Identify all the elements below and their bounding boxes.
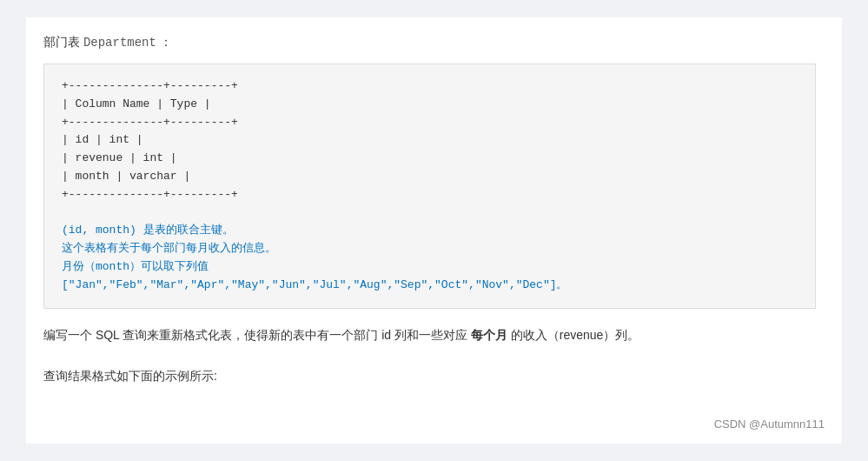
table-row-month: | month | varchar | (62, 168, 798, 186)
table-border-line1: +--------------+---------+ (62, 77, 798, 96)
table-header-row: | Column Name | Type | (62, 96, 798, 114)
title-keyword: Department (83, 36, 156, 50)
desc-text-after: 的收入（revenue）列。 (511, 328, 640, 342)
result-label: 查询结果格式如下面的示例所示: (43, 365, 816, 387)
table-border-line7: +--------------+---------+ (62, 186, 798, 204)
desc-text-before: 编写一个 SQL 查询来重新格式化表，使得新的表中有一个部门 id 列和一些对应 (43, 328, 467, 342)
section-title: 部门表 Department ： (43, 35, 816, 50)
info-line-0: (id, month) 是表的联合主键。 (62, 222, 798, 240)
table-row-id: | id | int | (62, 131, 798, 150)
table-border-line3: +--------------+---------+ (62, 114, 798, 132)
desc-bold-text: 每个月 (471, 328, 507, 342)
info-line-1: 这个表格有关于每个部门每月收入的信息。 (62, 240, 798, 258)
title-colon: ： (160, 35, 172, 49)
title-label: 部门表 (43, 35, 80, 49)
table-row-revenue: | revenue | int | (62, 150, 798, 168)
page-container: 部门表 Department ： +--------------+-------… (26, 17, 842, 444)
watermark: CSDN @Autumnn111 (714, 418, 825, 431)
code-block: +--------------+---------+ | Column Name… (43, 63, 816, 309)
description-section: 编写一个 SQL 查询来重新格式化表，使得新的表中有一个部门 id 列和一些对应… (43, 324, 816, 387)
description-line-0: 编写一个 SQL 查询来重新格式化表，使得新的表中有一个部门 id 列和一些对应… (43, 324, 816, 346)
info-line-2: 月份（month）可以取下列值 (62, 258, 798, 277)
info-line-3: ["Jan","Feb","Mar","Apr","May","Jun","Ju… (62, 277, 798, 295)
